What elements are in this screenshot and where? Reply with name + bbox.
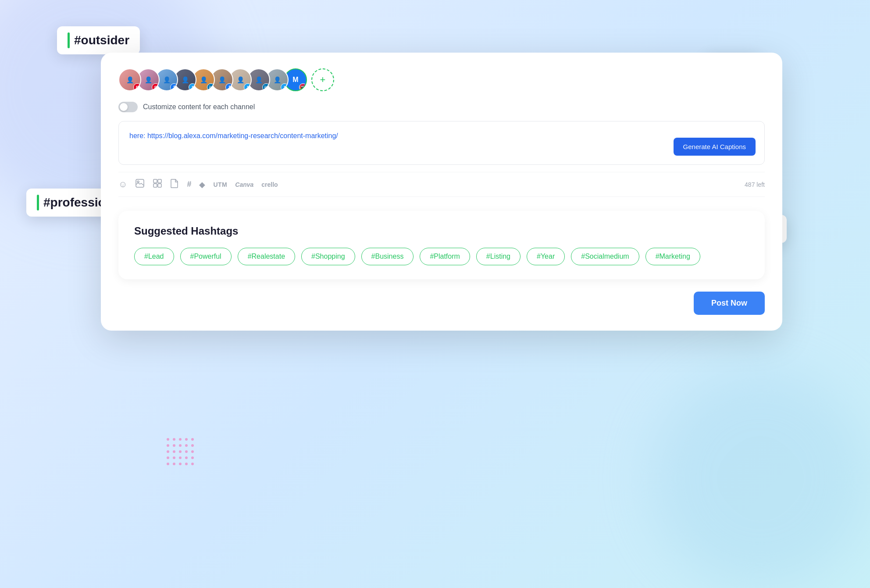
- emoji-icon[interactable]: ☺: [118, 179, 127, 189]
- svg-rect-2: [153, 179, 157, 183]
- hashtag-chip[interactable]: #Powerful: [180, 248, 232, 265]
- main-card: 👤 P 👤 P 👤 f 👤 t 👤 in 👤 f 👤: [101, 53, 782, 331]
- facebook-badge-3: f: [170, 83, 178, 91]
- hashtag-chip[interactable]: #Listing: [476, 248, 521, 265]
- hashtag-chip[interactable]: #Realestate: [238, 248, 295, 265]
- crello-brand[interactable]: crello: [261, 181, 278, 188]
- generate-ai-captions-button[interactable]: Generate AI Captions: [674, 138, 756, 156]
- content-area: here: https://blog.alexa.com/marketing-r…: [118, 121, 765, 165]
- hashtag-chip[interactable]: #Socialmedium: [571, 248, 639, 265]
- hashtag-icon[interactable]: #: [187, 180, 191, 189]
- pinterest-badge-1: P: [133, 83, 141, 91]
- instagram-badge-10: 📷: [299, 83, 307, 91]
- hashtag-outsider-text: #outsider: [74, 33, 129, 47]
- customize-toggle[interactable]: [118, 102, 138, 112]
- svg-rect-3: [158, 179, 161, 183]
- twitter-badge-4: t: [189, 83, 196, 91]
- hashtag-chip[interactable]: #Shopping: [301, 248, 355, 265]
- post-now-row: Post Now: [118, 292, 765, 315]
- file-icon[interactable]: [170, 178, 179, 190]
- svg-rect-4: [153, 184, 157, 187]
- hashtag-chip[interactable]: #Business: [361, 248, 414, 265]
- chars-left-counter: 487 left: [745, 181, 765, 188]
- hashtag-chip[interactable]: #Platform: [420, 248, 470, 265]
- toggle-label: Customize content for each channel: [143, 103, 255, 111]
- avatars-row: 👤 P 👤 P 👤 f 👤 t 👤 in 👤 f 👤: [118, 68, 765, 91]
- hashtag-outsider-label: #outsider: [57, 26, 140, 54]
- hashtag-chip[interactable]: #Lead: [134, 248, 174, 265]
- suggested-hashtags-section: Suggested Hashtags #Lead#Powerful#Reales…: [118, 211, 765, 279]
- content-text: here: https://blog.alexa.com/marketing-r…: [129, 130, 754, 142]
- hashtags-grid: #Lead#Powerful#Realestate#Shopping#Busin…: [134, 248, 749, 265]
- svg-rect-5: [158, 184, 161, 187]
- suggested-hashtags-title: Suggested Hashtags: [134, 225, 749, 237]
- add-avatar-icon: +: [320, 74, 326, 86]
- add-avatar-button[interactable]: +: [311, 68, 334, 91]
- twitter-badge-9: t: [281, 83, 289, 91]
- hashtag-chip[interactable]: #Marketing: [645, 248, 700, 265]
- twitter-badge-7: t: [244, 83, 252, 91]
- post-now-button[interactable]: Post Now: [694, 292, 765, 315]
- grid-icon[interactable]: [153, 178, 162, 190]
- linkedin-badge-5: in: [207, 83, 215, 91]
- toolbar: ☺ # ◆ UTM Canva crello: [118, 172, 765, 197]
- avatar-1[interactable]: 👤 P: [118, 68, 141, 91]
- dot-grid-pink: [167, 438, 194, 465]
- diamond-icon[interactable]: ◆: [199, 180, 205, 189]
- toggle-row: Customize content for each channel: [118, 102, 765, 112]
- canva-brand[interactable]: Canva: [235, 181, 253, 188]
- pinterest-badge-2: P: [152, 83, 160, 91]
- image-icon[interactable]: [135, 178, 145, 190]
- facebook-badge-6: f: [225, 83, 233, 91]
- linkedin-badge-8: in: [262, 83, 270, 91]
- svg-point-1: [137, 181, 139, 183]
- utm-label[interactable]: UTM: [213, 181, 227, 188]
- hashtag-chip[interactable]: #Year: [527, 248, 565, 265]
